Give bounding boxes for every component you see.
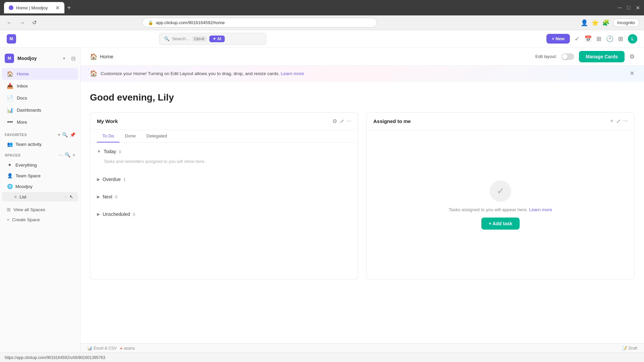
sidebar-sub-item-list[interactable]: ≡ List ··· ↖ <box>2 192 78 201</box>
new-tab-button[interactable]: + <box>67 4 71 12</box>
tab-todo[interactable]: To Do <box>97 130 119 142</box>
tab-delegated[interactable]: Delegated <box>141 130 173 142</box>
today-section: ▼ Today 0 Tasks and reminders assigned t… <box>90 143 358 171</box>
list-label: List <box>19 194 60 199</box>
app-body: M Moodjoy ▾ ⊟ 🏠 Home 📥 Inbox 📄 Docs 📊 Da… <box>0 48 644 353</box>
profile-icon[interactable]: 👤 <box>581 19 588 26</box>
tab-close-icon[interactable]: ✕ <box>55 5 60 11</box>
spaces-search-icon[interactable]: 🔍 <box>65 152 70 158</box>
overdue-section: ▶ Overdue 1 <box>90 171 358 188</box>
overdue-caret-icon: ▶ <box>97 177 100 182</box>
favorites-pin-icon[interactable]: 📌 <box>70 132 75 137</box>
restore-icon[interactable]: □ <box>627 5 630 11</box>
toolbar-actions: + New ✓ 📅 ⊞ 🕐 ⊞ L <box>546 34 637 44</box>
ai-badge[interactable]: ✦ AI <box>209 36 225 42</box>
list-icon: ≡ <box>14 194 17 199</box>
spaces-add-icon[interactable]: + <box>72 152 75 158</box>
assigned-dots-icon[interactable]: ··· <box>623 118 628 124</box>
bookmark-icon[interactable]: ⭐ <box>591 19 599 26</box>
moodjoy-add-icon[interactable]: + <box>71 184 73 189</box>
dashboards-icon: 📊 <box>7 107 13 113</box>
sidebar-label-moodjoy: Moodjoy <box>15 184 63 189</box>
sidebar-item-team-activity[interactable]: 👥 Team activity <box>2 139 78 149</box>
nav-item-home[interactable]: 🏠 Home <box>2 68 78 80</box>
excel-csv-status[interactable]: 📊 Excel & CSV <box>87 346 117 351</box>
layout-toggle-icon[interactable]: ⊟ <box>71 55 75 62</box>
refresh-button[interactable]: ↺ <box>30 18 39 27</box>
asana-status[interactable]: ● asana <box>120 346 135 351</box>
sidebar-item-create-space[interactable]: + Create Space <box>2 215 78 225</box>
search-bar[interactable]: 🔍 Search... Ctrl+K ✦ AI <box>159 33 266 45</box>
status-bar: 📊 Excel & CSV ● asana 📝 Draft <box>80 343 644 353</box>
favorites-search-icon[interactable]: 🔍 <box>62 132 68 137</box>
profile-pill[interactable]: Incognito <box>613 18 639 27</box>
back-button[interactable]: ← <box>5 18 14 27</box>
nav-item-dashboards[interactable]: 📊 Dashboards <box>2 104 78 116</box>
grid-icon[interactable]: ⊞ <box>618 35 623 43</box>
clock-icon[interactable]: 🕐 <box>606 35 613 43</box>
my-work-card-header: My Work ⚙ ⤢ ··· <box>90 113 358 130</box>
spaces-dots-icon[interactable]: ··· <box>59 152 63 158</box>
banner-close-icon[interactable]: ✕ <box>630 70 635 77</box>
assigned-to-me-card: Assigned to me + ⤢ ··· ✓ Tasks assigned … <box>366 112 635 280</box>
app-toolbar: M 🔍 Search... Ctrl+K ✦ AI + New ✓ 📅 ⊞ 🕐 … <box>0 30 644 48</box>
cards-row: My Work ⚙ ⤢ ··· To Do Done Delegated <box>90 112 635 280</box>
sidebar-item-moodjoy[interactable]: 🌐 Moodjoy ··· + <box>2 181 78 191</box>
assigned-expand-icon[interactable]: ⤢ <box>616 118 621 124</box>
manage-cards-button[interactable]: Manage Cards <box>579 51 625 62</box>
banner-learn-more-link[interactable]: Learn more <box>281 71 304 76</box>
assigned-add-icon[interactable]: + <box>610 118 613 124</box>
check-circle-icon: ✓ <box>490 180 511 202</box>
my-work-title: My Work <box>97 118 329 124</box>
close-window-icon[interactable]: ✕ <box>636 5 640 11</box>
next-count: 0 <box>115 194 117 199</box>
today-section-row[interactable]: ▼ Today 0 <box>97 147 351 156</box>
ai-star-icon: ✦ <box>213 37 216 41</box>
minimize-icon[interactable]: ─ <box>618 5 622 11</box>
list-dots-icon[interactable]: ··· <box>63 194 67 199</box>
nav-item-more[interactable]: ••• More <box>2 116 78 128</box>
user-avatar[interactable]: L <box>628 34 637 44</box>
browser-tab[interactable]: Home | Moodjoy ✕ <box>4 2 64 13</box>
apps-icon[interactable]: ⊞ <box>596 35 601 43</box>
overdue-label: Overdue <box>103 177 121 182</box>
my-work-settings-icon[interactable]: ⚙ <box>332 118 337 124</box>
draft-status[interactable]: 📝 Draft <box>622 346 637 351</box>
search-placeholder: Search... <box>172 36 190 41</box>
sidebar-item-everything[interactable]: ✦ Everything <box>2 160 78 170</box>
search-icon: 🔍 <box>164 36 169 41</box>
nav-label-dashboards: Dashboards <box>17 108 41 113</box>
nav-label-inbox: Inbox <box>17 83 28 88</box>
nav-item-docs[interactable]: 📄 Docs <box>2 92 78 104</box>
sidebar: M Moodjoy ▾ ⊟ 🏠 Home 📥 Inbox 📄 Docs 📊 Da… <box>0 48 80 353</box>
favorites-section-header: Favorites ▾ 🔍 📌 <box>0 129 80 139</box>
moodjoy-dots-icon[interactable]: ··· <box>66 184 70 189</box>
extension-icon[interactable]: 🧩 <box>602 19 609 26</box>
new-button[interactable]: + New <box>546 34 570 44</box>
edit-layout-toggle[interactable] <box>561 53 574 60</box>
banner-text: Customize your Home! Turning on Edit Lay… <box>101 71 304 76</box>
unscheduled-section-row[interactable]: ▶ Unscheduled 0 <box>97 209 351 219</box>
check-icon[interactable]: ✓ <box>575 35 580 43</box>
sidebar-item-team-space[interactable]: 👤 Team Space <box>2 171 78 181</box>
assigned-learn-more-link[interactable]: Learn more <box>529 207 552 212</box>
next-section-row[interactable]: ▶ Next 0 <box>97 192 351 201</box>
sidebar-item-view-all-spaces[interactable]: ⊞ View all Spaces <box>2 204 78 215</box>
forward-button[interactable]: → <box>17 18 27 27</box>
tab-done[interactable]: Done <box>119 130 141 142</box>
address-input[interactable]: 🔒 app.clickup.com/9016164592/home <box>142 18 377 27</box>
nav-label-home: Home <box>17 71 29 76</box>
settings-icon[interactable]: ⚙ <box>629 53 635 60</box>
my-work-dots-icon[interactable]: ··· <box>347 118 351 124</box>
add-task-button[interactable]: + Add task <box>481 218 520 230</box>
overdue-section-row[interactable]: ▶ Overdue 1 <box>97 175 351 184</box>
my-work-expand-icon[interactable]: ⤢ <box>340 118 344 124</box>
calendar-icon[interactable]: 📅 <box>584 35 592 43</box>
spaces-title: Spaces <box>5 153 57 157</box>
spaces-section-header: Spaces ··· 🔍 + <box>0 149 80 160</box>
nav-item-inbox[interactable]: 📥 Inbox <box>2 80 78 92</box>
favorites-caret-icon[interactable]: ▾ <box>58 132 60 137</box>
sidebar-workspace[interactable]: M Moodjoy ▾ ⊟ <box>0 50 80 66</box>
overdue-count: 1 <box>123 177 126 182</box>
incognito-label: Incognito <box>617 20 635 25</box>
